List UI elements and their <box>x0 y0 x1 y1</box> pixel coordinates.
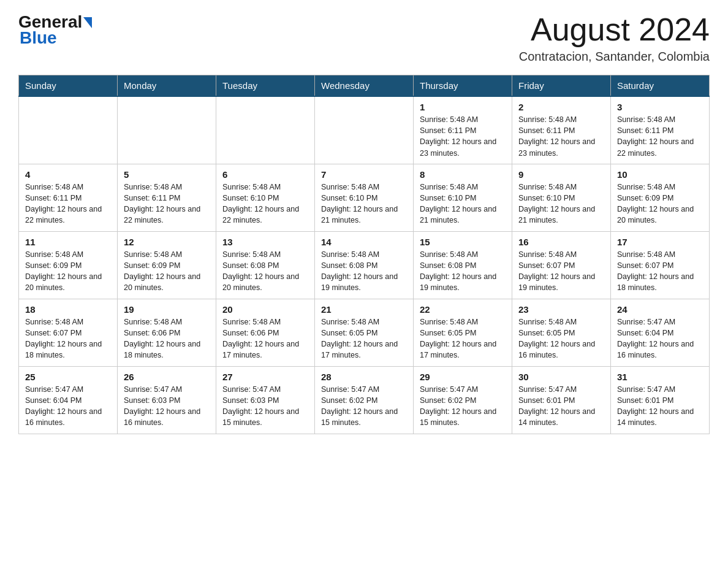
calendar-cell-1-6: 2Sunrise: 5:48 AMSunset: 6:11 PMDaylight… <box>512 96 611 164</box>
weekday-header-monday: Monday <box>118 75 216 97</box>
calendar-week-5: 25Sunrise: 5:47 AMSunset: 6:04 PMDayligh… <box>19 366 710 434</box>
day-number: 29 <box>420 372 506 382</box>
calendar-week-4: 18Sunrise: 5:48 AMSunset: 6:07 PMDayligh… <box>19 299 710 366</box>
day-info: Sunrise: 5:48 AMSunset: 6:09 PMDaylight:… <box>617 182 703 226</box>
day-number: 17 <box>617 237 703 247</box>
day-info: Sunrise: 5:48 AMSunset: 6:11 PMDaylight:… <box>617 114 703 159</box>
calendar-cell-4-3: 20Sunrise: 5:48 AMSunset: 6:06 PMDayligh… <box>216 299 315 366</box>
day-info: Sunrise: 5:47 AMSunset: 6:04 PMDaylight:… <box>25 384 111 429</box>
calendar-cell-3-6: 16Sunrise: 5:48 AMSunset: 6:07 PMDayligh… <box>512 231 611 299</box>
calendar-cell-2-7: 10Sunrise: 5:48 AMSunset: 6:09 PMDayligh… <box>611 164 710 231</box>
calendar-cell-5-1: 25Sunrise: 5:47 AMSunset: 6:04 PMDayligh… <box>19 366 118 434</box>
day-info: Sunrise: 5:48 AMSunset: 6:06 PMDaylight:… <box>124 316 210 361</box>
weekday-header-wednesday: Wednesday <box>315 75 414 97</box>
day-number: 20 <box>222 304 308 315</box>
month-title: August 2024 <box>519 12 710 47</box>
calendar-cell-1-5: 1Sunrise: 5:48 AMSunset: 6:11 PMDaylight… <box>414 96 512 164</box>
day-number: 18 <box>25 304 111 315</box>
calendar-cell-5-6: 30Sunrise: 5:47 AMSunset: 6:01 PMDayligh… <box>512 366 611 434</box>
day-number: 31 <box>617 372 703 382</box>
calendar-cell-3-2: 12Sunrise: 5:48 AMSunset: 6:09 PMDayligh… <box>118 231 216 299</box>
day-info: Sunrise: 5:48 AMSunset: 6:11 PMDaylight:… <box>518 114 604 159</box>
day-info: Sunrise: 5:48 AMSunset: 6:08 PMDaylight:… <box>321 249 407 294</box>
day-info: Sunrise: 5:48 AMSunset: 6:09 PMDaylight:… <box>124 249 210 294</box>
day-number: 24 <box>617 304 703 315</box>
calendar-cell-3-3: 13Sunrise: 5:48 AMSunset: 6:08 PMDayligh… <box>216 231 315 299</box>
calendar-cell-2-5: 8Sunrise: 5:48 AMSunset: 6:10 PMDaylight… <box>414 164 512 231</box>
day-number: 14 <box>321 237 407 247</box>
day-info: Sunrise: 5:48 AMSunset: 6:05 PMDaylight:… <box>321 316 407 361</box>
weekday-header-friday: Friday <box>512 75 611 97</box>
day-info: Sunrise: 5:48 AMSunset: 6:11 PMDaylight:… <box>124 182 210 226</box>
calendar-cell-2-3: 6Sunrise: 5:48 AMSunset: 6:10 PMDaylight… <box>216 164 315 231</box>
day-info: Sunrise: 5:48 AMSunset: 6:10 PMDaylight:… <box>518 182 604 226</box>
day-info: Sunrise: 5:48 AMSunset: 6:07 PMDaylight:… <box>518 249 604 294</box>
day-number: 22 <box>420 304 506 315</box>
calendar-cell-2-6: 9Sunrise: 5:48 AMSunset: 6:10 PMDaylight… <box>512 164 611 231</box>
calendar-cell-1-2 <box>118 96 216 164</box>
day-info: Sunrise: 5:48 AMSunset: 6:10 PMDaylight:… <box>420 182 506 226</box>
weekday-header-tuesday: Tuesday <box>216 75 315 97</box>
day-info: Sunrise: 5:47 AMSunset: 6:04 PMDaylight:… <box>617 316 703 361</box>
day-number: 15 <box>420 237 506 247</box>
day-number: 2 <box>518 102 604 112</box>
calendar-week-1: 1Sunrise: 5:48 AMSunset: 6:11 PMDaylight… <box>19 96 710 164</box>
day-number: 19 <box>124 304 210 315</box>
calendar-week-2: 4Sunrise: 5:48 AMSunset: 6:11 PMDaylight… <box>19 164 710 231</box>
day-info: Sunrise: 5:48 AMSunset: 6:10 PMDaylight:… <box>321 182 407 226</box>
day-number: 30 <box>518 372 604 382</box>
logo-blue-text: Blue <box>20 28 57 48</box>
calendar-cell-5-2: 26Sunrise: 5:47 AMSunset: 6:03 PMDayligh… <box>118 366 216 434</box>
page-header: General Blue August 2024 Contratacion, S… <box>18 12 710 64</box>
calendar-week-3: 11Sunrise: 5:48 AMSunset: 6:09 PMDayligh… <box>19 231 710 299</box>
calendar-table: SundayMondayTuesdayWednesdayThursdayFrid… <box>18 75 710 434</box>
calendar-cell-3-4: 14Sunrise: 5:48 AMSunset: 6:08 PMDayligh… <box>315 231 414 299</box>
calendar-cell-5-4: 28Sunrise: 5:47 AMSunset: 6:02 PMDayligh… <box>315 366 414 434</box>
day-number: 16 <box>518 237 604 247</box>
day-number: 6 <box>222 169 308 180</box>
day-info: Sunrise: 5:48 AMSunset: 6:05 PMDaylight:… <box>420 316 506 361</box>
calendar-cell-2-2: 5Sunrise: 5:48 AMSunset: 6:11 PMDaylight… <box>118 164 216 231</box>
calendar-cell-4-1: 18Sunrise: 5:48 AMSunset: 6:07 PMDayligh… <box>19 299 118 366</box>
calendar-header-row: SundayMondayTuesdayWednesdayThursdayFrid… <box>19 75 710 97</box>
day-number: 3 <box>617 102 703 112</box>
logo-arrow-icon <box>83 17 92 28</box>
day-info: Sunrise: 5:48 AMSunset: 6:08 PMDaylight:… <box>420 249 506 294</box>
calendar-cell-3-1: 11Sunrise: 5:48 AMSunset: 6:09 PMDayligh… <box>19 231 118 299</box>
calendar-cell-1-4 <box>315 96 414 164</box>
day-number: 21 <box>321 304 407 315</box>
day-info: Sunrise: 5:47 AMSunset: 6:02 PMDaylight:… <box>420 384 506 429</box>
day-number: 26 <box>124 372 210 382</box>
day-info: Sunrise: 5:48 AMSunset: 6:11 PMDaylight:… <box>25 182 111 226</box>
calendar-cell-1-3 <box>216 96 315 164</box>
day-number: 10 <box>617 169 703 180</box>
day-number: 12 <box>124 237 210 247</box>
day-number: 28 <box>321 372 407 382</box>
calendar-cell-4-6: 23Sunrise: 5:48 AMSunset: 6:05 PMDayligh… <box>512 299 611 366</box>
calendar-cell-4-5: 22Sunrise: 5:48 AMSunset: 6:05 PMDayligh… <box>414 299 512 366</box>
calendar-cell-1-1 <box>19 96 118 164</box>
day-number: 27 <box>222 372 308 382</box>
logo: General Blue <box>18 12 92 48</box>
day-info: Sunrise: 5:48 AMSunset: 6:11 PMDaylight:… <box>420 114 506 159</box>
day-info: Sunrise: 5:48 AMSunset: 6:07 PMDaylight:… <box>25 316 111 361</box>
day-info: Sunrise: 5:48 AMSunset: 6:09 PMDaylight:… <box>25 249 111 294</box>
day-number: 8 <box>420 169 506 180</box>
day-number: 1 <box>420 102 506 112</box>
day-info: Sunrise: 5:48 AMSunset: 6:05 PMDaylight:… <box>518 316 604 361</box>
location-text: Contratacion, Santander, Colombia <box>519 50 710 64</box>
weekday-header-thursday: Thursday <box>414 75 512 97</box>
day-info: Sunrise: 5:47 AMSunset: 6:03 PMDaylight:… <box>222 384 308 429</box>
calendar-cell-2-1: 4Sunrise: 5:48 AMSunset: 6:11 PMDaylight… <box>19 164 118 231</box>
day-info: Sunrise: 5:48 AMSunset: 6:06 PMDaylight:… <box>222 316 308 361</box>
day-number: 25 <box>25 372 111 382</box>
day-number: 9 <box>518 169 604 180</box>
calendar-cell-3-7: 17Sunrise: 5:48 AMSunset: 6:07 PMDayligh… <box>611 231 710 299</box>
day-number: 4 <box>25 169 111 180</box>
weekday-header-saturday: Saturday <box>611 75 710 97</box>
day-number: 11 <box>25 237 111 247</box>
day-info: Sunrise: 5:47 AMSunset: 6:03 PMDaylight:… <box>124 384 210 429</box>
calendar-cell-4-4: 21Sunrise: 5:48 AMSunset: 6:05 PMDayligh… <box>315 299 414 366</box>
day-info: Sunrise: 5:47 AMSunset: 6:02 PMDaylight:… <box>321 384 407 429</box>
calendar-cell-5-3: 27Sunrise: 5:47 AMSunset: 6:03 PMDayligh… <box>216 366 315 434</box>
